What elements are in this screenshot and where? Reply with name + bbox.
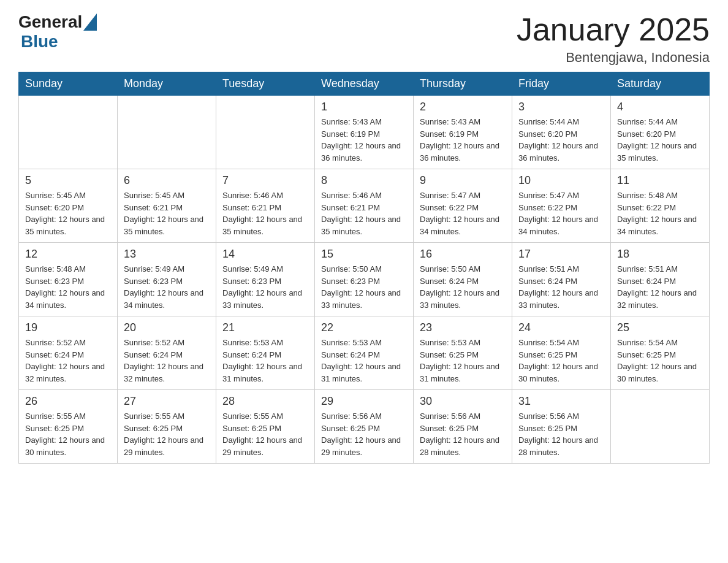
day-number: 12 — [25, 248, 111, 261]
calendar-cell: 29Sunrise: 5:56 AM Sunset: 6:25 PM Dayli… — [315, 390, 414, 464]
calendar-cell: 13Sunrise: 5:49 AM Sunset: 6:23 PM Dayli… — [118, 243, 216, 316]
calendar-cell: 14Sunrise: 5:49 AM Sunset: 6:23 PM Dayli… — [216, 243, 315, 316]
day-info: Sunrise: 5:45 AM Sunset: 6:20 PM Dayligh… — [25, 190, 111, 237]
day-number: 14 — [222, 248, 308, 261]
day-number: 30 — [420, 395, 506, 408]
calendar-cell: 7Sunrise: 5:46 AM Sunset: 6:21 PM Daylig… — [216, 169, 315, 243]
calendar-cell: 28Sunrise: 5:55 AM Sunset: 6:25 PM Dayli… — [216, 390, 315, 464]
calendar-title: January 2025 — [517, 12, 710, 47]
calendar-cell: 21Sunrise: 5:53 AM Sunset: 6:24 PM Dayli… — [216, 316, 315, 390]
day-info: Sunrise: 5:46 AM Sunset: 6:21 PM Dayligh… — [321, 190, 407, 237]
day-info: Sunrise: 5:54 AM Sunset: 6:25 PM Dayligh… — [518, 337, 604, 385]
weekday-header-friday: Friday — [512, 72, 611, 96]
calendar-cell: 12Sunrise: 5:48 AM Sunset: 6:23 PM Dayli… — [19, 243, 118, 316]
day-info: Sunrise: 5:45 AM Sunset: 6:21 PM Dayligh… — [124, 190, 210, 237]
logo-triangle-icon — [83, 13, 97, 31]
calendar-cell: 27Sunrise: 5:55 AM Sunset: 6:25 PM Dayli… — [118, 390, 216, 464]
day-number: 4 — [617, 101, 703, 113]
day-number: 11 — [617, 174, 703, 187]
day-info: Sunrise: 5:44 AM Sunset: 6:20 PM Dayligh… — [617, 116, 703, 164]
calendar-cell — [216, 96, 315, 169]
day-number: 18 — [617, 248, 703, 261]
day-number: 1 — [321, 101, 407, 113]
calendar-cell: 15Sunrise: 5:50 AM Sunset: 6:23 PM Dayli… — [315, 243, 414, 316]
calendar-week-row: 1Sunrise: 5:43 AM Sunset: 6:19 PM Daylig… — [19, 96, 710, 169]
day-number: 9 — [420, 174, 506, 187]
day-number: 20 — [124, 321, 210, 334]
weekday-header-tuesday: Tuesday — [216, 72, 315, 96]
day-info: Sunrise: 5:54 AM Sunset: 6:25 PM Dayligh… — [617, 337, 703, 385]
day-number: 31 — [518, 395, 604, 408]
day-number: 16 — [420, 248, 506, 261]
day-number: 15 — [321, 248, 407, 261]
day-info: Sunrise: 5:56 AM Sunset: 6:25 PM Dayligh… — [420, 410, 506, 458]
day-info: Sunrise: 5:55 AM Sunset: 6:25 PM Dayligh… — [124, 410, 210, 458]
calendar-cell: 8Sunrise: 5:46 AM Sunset: 6:21 PM Daylig… — [315, 169, 414, 243]
day-number: 23 — [420, 321, 506, 334]
day-info: Sunrise: 5:50 AM Sunset: 6:24 PM Dayligh… — [420, 263, 506, 311]
day-info: Sunrise: 5:52 AM Sunset: 6:24 PM Dayligh… — [25, 337, 111, 385]
day-number: 28 — [222, 395, 308, 408]
day-info: Sunrise: 5:56 AM Sunset: 6:25 PM Dayligh… — [321, 410, 407, 458]
calendar-cell: 24Sunrise: 5:54 AM Sunset: 6:25 PM Dayli… — [512, 316, 611, 390]
day-number: 21 — [222, 321, 308, 334]
day-info: Sunrise: 5:50 AM Sunset: 6:23 PM Dayligh… — [321, 263, 407, 311]
day-info: Sunrise: 5:56 AM Sunset: 6:25 PM Dayligh… — [518, 410, 604, 458]
day-number: 13 — [124, 248, 210, 261]
day-number: 17 — [518, 248, 604, 261]
day-number: 27 — [124, 395, 210, 408]
calendar-week-row: 26Sunrise: 5:55 AM Sunset: 6:25 PM Dayli… — [19, 390, 710, 464]
calendar-cell: 11Sunrise: 5:48 AM Sunset: 6:22 PM Dayli… — [611, 169, 710, 243]
day-info: Sunrise: 5:49 AM Sunset: 6:23 PM Dayligh… — [222, 263, 308, 311]
weekday-header-saturday: Saturday — [611, 72, 710, 96]
calendar-week-row: 19Sunrise: 5:52 AM Sunset: 6:24 PM Dayli… — [19, 316, 710, 390]
day-info: Sunrise: 5:51 AM Sunset: 6:24 PM Dayligh… — [518, 263, 604, 311]
day-number: 19 — [25, 321, 111, 334]
weekday-header-monday: Monday — [118, 72, 216, 96]
day-number: 26 — [25, 395, 111, 408]
day-info: Sunrise: 5:47 AM Sunset: 6:22 PM Dayligh… — [518, 190, 604, 237]
day-info: Sunrise: 5:53 AM Sunset: 6:24 PM Dayligh… — [321, 337, 407, 385]
day-info: Sunrise: 5:52 AM Sunset: 6:24 PM Dayligh… — [124, 337, 210, 385]
calendar-cell: 20Sunrise: 5:52 AM Sunset: 6:24 PM Dayli… — [118, 316, 216, 390]
calendar-cell: 16Sunrise: 5:50 AM Sunset: 6:24 PM Dayli… — [414, 243, 512, 316]
day-number: 24 — [518, 321, 604, 334]
day-number: 3 — [518, 101, 604, 113]
calendar-cell: 30Sunrise: 5:56 AM Sunset: 6:25 PM Dayli… — [414, 390, 512, 464]
page-header: General Blue January 2025 Bentengjawa, I… — [18, 12, 710, 66]
day-info: Sunrise: 5:48 AM Sunset: 6:22 PM Dayligh… — [617, 190, 703, 237]
calendar-cell: 17Sunrise: 5:51 AM Sunset: 6:24 PM Dayli… — [512, 243, 611, 316]
day-number: 22 — [321, 321, 407, 334]
weekday-header-row: SundayMondayTuesdayWednesdayThursdayFrid… — [19, 72, 710, 96]
calendar-cell: 10Sunrise: 5:47 AM Sunset: 6:22 PM Dayli… — [512, 169, 611, 243]
calendar-cell: 19Sunrise: 5:52 AM Sunset: 6:24 PM Dayli… — [19, 316, 118, 390]
weekday-header-thursday: Thursday — [414, 72, 512, 96]
calendar-week-row: 5Sunrise: 5:45 AM Sunset: 6:20 PM Daylig… — [19, 169, 710, 243]
day-number: 10 — [518, 174, 604, 187]
day-info: Sunrise: 5:46 AM Sunset: 6:21 PM Dayligh… — [222, 190, 308, 237]
weekday-header-wednesday: Wednesday — [315, 72, 414, 96]
day-number: 8 — [321, 174, 407, 187]
day-info: Sunrise: 5:47 AM Sunset: 6:22 PM Dayligh… — [420, 190, 506, 237]
logo-blue-text: Blue — [21, 32, 58, 51]
calendar-cell: 6Sunrise: 5:45 AM Sunset: 6:21 PM Daylig… — [118, 169, 216, 243]
calendar-cell: 2Sunrise: 5:43 AM Sunset: 6:19 PM Daylig… — [414, 96, 512, 169]
day-number: 2 — [420, 101, 506, 113]
calendar-cell: 4Sunrise: 5:44 AM Sunset: 6:20 PM Daylig… — [611, 96, 710, 169]
calendar-cell: 22Sunrise: 5:53 AM Sunset: 6:24 PM Dayli… — [315, 316, 414, 390]
calendar-cell: 26Sunrise: 5:55 AM Sunset: 6:25 PM Dayli… — [19, 390, 118, 464]
day-info: Sunrise: 5:43 AM Sunset: 6:19 PM Dayligh… — [321, 116, 407, 164]
day-info: Sunrise: 5:51 AM Sunset: 6:24 PM Dayligh… — [617, 263, 703, 311]
day-info: Sunrise: 5:48 AM Sunset: 6:23 PM Dayligh… — [25, 263, 111, 311]
calendar-cell: 5Sunrise: 5:45 AM Sunset: 6:20 PM Daylig… — [19, 169, 118, 243]
day-number: 29 — [321, 395, 407, 408]
calendar-cell: 18Sunrise: 5:51 AM Sunset: 6:24 PM Dayli… — [611, 243, 710, 316]
weekday-header-sunday: Sunday — [19, 72, 118, 96]
day-number: 5 — [25, 174, 111, 187]
day-number: 25 — [617, 321, 703, 334]
logo: General Blue — [18, 12, 97, 52]
calendar-cell: 9Sunrise: 5:47 AM Sunset: 6:22 PM Daylig… — [414, 169, 512, 243]
calendar-week-row: 12Sunrise: 5:48 AM Sunset: 6:23 PM Dayli… — [19, 243, 710, 316]
title-block: January 2025 Bentengjawa, Indonesia — [517, 12, 710, 66]
calendar-cell: 25Sunrise: 5:54 AM Sunset: 6:25 PM Dayli… — [611, 316, 710, 390]
